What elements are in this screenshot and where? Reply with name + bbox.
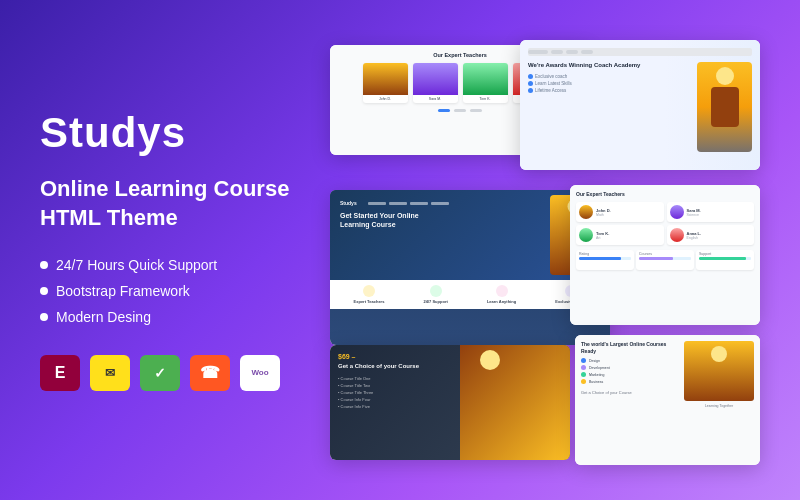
hero-section: Studys Get Started Your Online Learning … [330, 190, 610, 280]
woo-icon: Woo [240, 355, 280, 391]
teachers-grid-screenshot: Our Expert Teachers John D. Math Sara M.… [570, 185, 760, 325]
price-tag: $69 – [338, 353, 452, 360]
hero-title: Get Started Your Online Learning Course [340, 211, 440, 229]
teacher-photo [363, 63, 408, 95]
bullet-icon [40, 313, 48, 321]
rating-item: Rating [576, 250, 634, 270]
feature-item: Bootstrap Framework [40, 283, 300, 299]
feature-item: 24/7 Hours Quick Support [40, 257, 300, 273]
teacher-card: John D. [363, 63, 408, 103]
midright-title: Our Expert Teachers [576, 191, 754, 197]
rating-row: Rating Courses Support [576, 250, 754, 270]
feature-dot [528, 74, 533, 79]
nav-dot-active [438, 109, 450, 112]
awards-title: We're Awards Winning Coach Academy [528, 62, 691, 70]
stat-item: Learn Anything [487, 285, 516, 304]
courses-dark-left: $69 – Get a Choice of your Course • Cour… [330, 345, 460, 460]
woo-label: Woo [251, 369, 268, 377]
screenshots-area: Our Expert Teachers John D. Sara M. Tom … [320, 30, 760, 470]
tagline-line2: HTML Theme [40, 204, 300, 233]
course-item: Marketing [581, 372, 680, 377]
brand-title: Studys [40, 109, 300, 157]
awards-text: We're Awards Winning Coach Academy Exclu… [528, 62, 691, 152]
feature-text: Modern Desing [56, 309, 151, 325]
feature-item: Modern Desing [40, 309, 300, 325]
content-row: We're Awards Winning Coach Academy Exclu… [528, 62, 752, 152]
feature-text: Bootstrap Framework [56, 283, 190, 299]
stat-item: 24/7 Support [424, 285, 448, 304]
bullet-icon [40, 287, 48, 295]
elementor-icon: E [40, 355, 80, 391]
courses-list: • Course Title One • Course Title Two • … [338, 376, 452, 409]
verdure-icon: ✓ [140, 355, 180, 391]
course-item: Development [581, 365, 680, 370]
courses-dark-screenshot: $69 – Get a Choice of your Course • Cour… [330, 345, 570, 460]
teacher-grid-card: Sara M. Science [667, 202, 755, 222]
hero-logo: Studys [340, 200, 357, 206]
awards-screenshot: We're Awards Winning Coach Academy Exclu… [520, 40, 760, 170]
world-courses-screenshot: The world's Largest Online Courses Ready… [575, 335, 760, 465]
course-list: Design Development Marketing Business [581, 358, 680, 384]
course-item: Design [581, 358, 680, 363]
teacher-grid-card: Anna L. English [667, 225, 755, 245]
stats-row: Expert Teachers 24/7 Support Learn Anyth… [330, 280, 610, 309]
world-courses-left: The world's Largest Online Courses Ready… [581, 341, 680, 459]
feature-text: 24/7 Hours Quick Support [56, 257, 217, 273]
world-person-image [684, 341, 754, 401]
course-list-item: • Course Info Four [338, 397, 452, 402]
rating-item: Support [696, 250, 754, 270]
tagline-line1: Online Learning Course [40, 175, 300, 204]
course-list-item: • Course Title Three [338, 390, 452, 395]
person-image [697, 62, 752, 152]
mailchimp-icon: ✉ [90, 355, 130, 391]
hero-screenshot: Studys Get Started Your Online Learning … [330, 190, 610, 345]
tagline: Online Learning Course HTML Theme [40, 175, 300, 232]
plugin-icons-row: E ✉ ✓ ☎ Woo [40, 355, 300, 391]
rating-item: Courses [636, 250, 694, 270]
teacher-grid-card: Tom K. Art [576, 225, 664, 245]
world-courses-right: Learning Together [684, 341, 754, 459]
stat-item: Expert Teachers [354, 285, 385, 304]
courses-subtitle: Get a Choice of your Course [581, 390, 680, 395]
left-panel: Studys Online Learning Course HTML Theme… [40, 109, 300, 390]
feature-dot [528, 81, 533, 86]
courses-dark-right [460, 345, 570, 460]
world-courses-title: The world's Largest Online Courses Ready [581, 341, 680, 354]
course-list-item: • Course Title One [338, 376, 452, 381]
teacher-photo [463, 63, 508, 95]
bullet-icon [40, 261, 48, 269]
nav-bar [528, 48, 752, 56]
world-person-label: Learning Together [684, 404, 754, 408]
feature-dot [528, 88, 533, 93]
courses-dark-title: Get a Choice of your Course [338, 363, 452, 371]
teacher-card: Sara M. [413, 63, 458, 103]
course-list-item: • Course Title Two [338, 383, 452, 388]
nav-dot [470, 109, 482, 112]
nav-dot [454, 109, 466, 112]
teachers-grid: John D. Math Sara M. Science Tom K. Ar [576, 202, 754, 245]
courses-dark-image [460, 345, 570, 460]
teacher-photo [413, 63, 458, 95]
teacher-card: Tom K. [463, 63, 508, 103]
teacher-grid-card: John D. Math [576, 202, 664, 222]
features-list: 24/7 Hours Quick Support Bootstrap Frame… [40, 257, 300, 325]
support-icon: ☎ [190, 355, 230, 391]
course-list-item: • Course Info Five [338, 404, 452, 409]
course-item: Business [581, 379, 680, 384]
